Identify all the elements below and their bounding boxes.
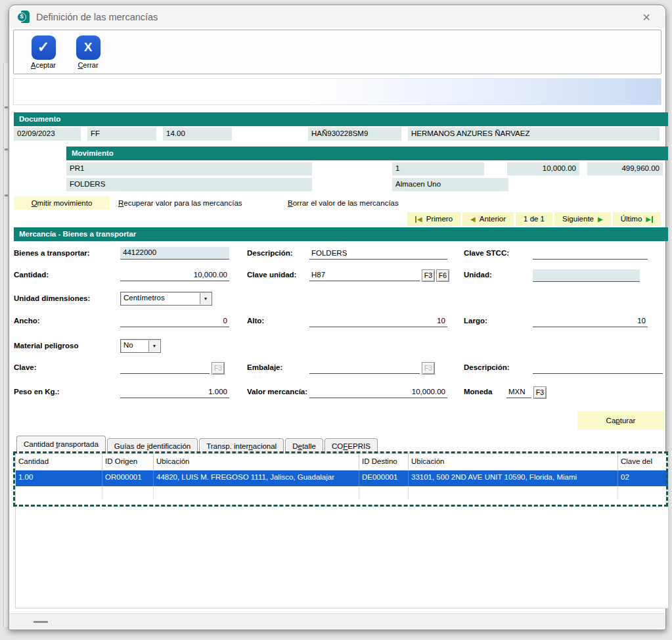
grid-header-row: Cantidad ID Origen Ubicación ID Destino … [16,454,668,470]
movimiento-producto-field: PR1 [66,162,312,175]
resize-grip-icon[interactable] [34,621,48,623]
unidad-dimensiones-select[interactable]: Centímetros ▼ [120,292,212,306]
tab-transp-internacional[interactable]: Transp. internacional [199,438,284,453]
documento-rfc-field: HAÑ930228SM9 [308,127,401,141]
embalaje-input[interactable] [309,362,420,374]
clave-stcc-label: Clave STCC: [464,249,509,257]
moneda-input[interactable]: MXN [506,386,531,398]
x-icon: X [76,35,101,60]
alto-label: Alto: [247,317,264,325]
bienes-label: Bienes a transportar: [14,249,90,257]
moneda-f3-button[interactable]: F3 [533,386,547,399]
documento-section-header: Documento [14,112,668,126]
documento-fecha-field: 02/09/2023 [14,127,81,141]
last-icon: ▶ [646,216,653,223]
capturar-button[interactable]: Capturar [577,411,664,430]
clave-unidad-f3-button[interactable]: F3 [422,269,435,282]
movimiento-valor-field: 499,960.00 [587,162,663,175]
cantidad-transportada-grid: Cantidad ID Origen Ubicación ID Destino … [15,453,669,608]
documento-razon-social-field: HERMANOS ANZURES ÑARVAEZ [408,127,660,141]
cantidad-input[interactable]: 10,000.00 [120,269,229,281]
cantidad-label: Cantidad: [14,271,49,279]
window-title: Definición de las mercancías [36,12,158,22]
embalaje-f3-button: F3 [422,362,435,375]
moneda-label: Moneda [464,388,492,396]
clave-unidad-label: Clave unidad: [247,271,296,279]
header-gradient-band [13,78,661,105]
movimiento-almacen-field: Almacen Uno [392,178,508,191]
movimiento-descripcion-field: FOLDERS [66,178,312,191]
unidad-dimensiones-label: Unidad dimensiones: [14,294,90,302]
alto-input[interactable]: 10 [309,315,447,327]
nav-last-label: Último [621,212,642,226]
material-peligroso-select[interactable]: No ▼ [120,339,161,353]
col-ubicacion-destino[interactable]: Ubicación [409,454,618,470]
mercancia-section-header: Mercancía - Bienes a transportar [14,227,668,241]
nav-previous-label: Anterior [480,212,506,226]
valor-mercancia-label: Valor mercancía: [247,388,307,396]
chevron-down-icon[interactable]: ▼ [200,293,211,304]
tab-cofepris[interactable]: COFEPRIS [325,438,378,453]
clave-f3-button: F3 [212,362,225,375]
clave-unidad-f6-button[interactable]: F6 [436,269,449,282]
next-icon: ▶ [598,216,603,223]
clave-input[interactable] [120,362,210,374]
background-window-edge [3,63,9,627]
nav-position-indicator: 1 de 1 [516,212,552,226]
col-cantidad[interactable]: Cantidad [16,454,102,470]
app-icon: $ [17,11,30,24]
peso-input[interactable]: 1.000 [120,386,229,398]
first-icon: ◀ [415,216,422,223]
valor-mercancia-input[interactable]: 10,000.00 [309,386,447,398]
embalaje-label: Embalaje: [247,363,282,371]
nav-next-button[interactable]: Siguiente ▶ [554,212,611,226]
peso-label: Peso en Kg.: [14,388,60,396]
borrar-valor-link[interactable]: Borrar el valor de las mercancías [288,196,399,210]
unidad-label: Unidad: [464,271,492,279]
ancho-label: Ancho: [14,317,40,325]
check-icon: ✓ [32,35,56,60]
col-clave-del[interactable]: Clave del [618,454,665,470]
window-close-icon[interactable]: × [638,9,654,25]
previous-icon: ◀ [470,216,476,223]
clave-unidad-input[interactable]: H87 [309,269,420,281]
table-row-empty[interactable] [16,486,668,500]
documento-folio-field: 14.00 [163,127,232,141]
nav-first-button[interactable]: ◀ Primero [407,212,460,226]
tab-guias-identificacion[interactable]: Guías de identificación [107,438,198,453]
accept-button[interactable]: ✓ Aceptar [23,35,64,69]
tab-bar: Cantidad transportada Guías de identific… [16,436,379,453]
col-id-destino[interactable]: ID Destino [359,454,409,470]
close-button-label: Cerrar [68,61,108,69]
nav-next-label: Siguiente [562,212,594,226]
accept-button-label: Aceptar [23,61,64,69]
title-bar: $ Definición de las mercancías × [10,6,665,28]
toolbar: ✓ Aceptar X Cerrar [13,30,661,74]
table-row-selected[interactable]: 1.00 OR000001 44820, LUIS M. FREGOSO 111… [16,470,668,486]
col-id-origen[interactable]: ID Origen [102,454,154,470]
nav-last-button[interactable]: Último ▶ [613,212,661,226]
clave-label: Clave: [14,363,37,371]
material-peligroso-label: Material peligroso [14,342,78,350]
movimiento-section-header: Movimiento [66,147,668,160]
clave-stcc-input[interactable] [533,248,648,260]
bienes-field: 44122000 [120,247,229,260]
nav-first-label: Primero [426,212,453,226]
unidad-field [533,269,640,282]
largo-label: Largo: [464,317,487,325]
descripcion2-label: Descripción: [464,363,510,371]
descripcion-input[interactable]: FOLDERS [309,248,447,260]
largo-input[interactable]: 10 [533,315,648,327]
tab-detalle[interactable]: Detalle [285,438,323,453]
close-button[interactable]: X Cerrar [68,35,108,69]
chevron-down-icon[interactable]: ▼ [148,340,160,352]
ancho-input[interactable]: 0 [120,315,229,327]
recuperar-valor-link[interactable]: Recuperar valor para las mercancías [118,196,242,210]
descripcion2-input[interactable] [533,362,663,374]
tab-cantidad-transportada[interactable]: Cantidad transportada [16,436,106,453]
nav-previous-button[interactable]: ◀ Anterior [462,212,514,226]
col-ubicacion-origen[interactable]: Ubicación [154,454,359,470]
omitir-movimiento-button[interactable]: Omitir movimiento [14,196,110,210]
dialog-definicion-mercancias: $ Definición de las mercancías × ✓ Acept… [9,5,666,630]
documento-tipo-field: FF [87,127,156,141]
